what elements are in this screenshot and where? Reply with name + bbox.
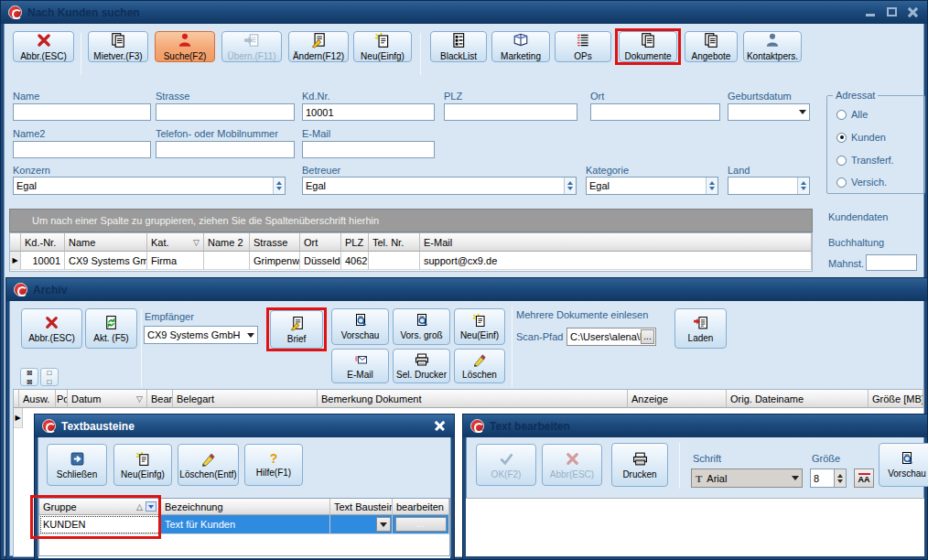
filter-icon[interactable] [146, 501, 156, 512]
land-select[interactable] [728, 177, 810, 195]
scan-pfad-input[interactable]: C:\Users\alena\Des ... [567, 328, 656, 346]
text-edit-area[interactable] [466, 498, 924, 556]
kategorie-select[interactable]: Egal [586, 177, 718, 195]
column-header-dateiname[interactable]: Orig. Dateiname [727, 390, 869, 408]
column-header-pos[interactable]: Pos [56, 390, 68, 408]
resize-text-button[interactable]: AA [854, 468, 874, 488]
archiv-akt-f5-button[interactable]: Akt. (F5) [85, 308, 137, 349]
betreuer-select[interactable]: Egal [302, 177, 577, 195]
plz-input[interactable] [444, 103, 577, 121]
drucken-button[interactable]: Drucken [611, 443, 668, 487]
table-row[interactable]: ▶ 10001 CX9 Systems GmbH Firma Grimpenwa… [10, 252, 812, 270]
hilfe-f1-button[interactable]: ? Hilfe(F1) [244, 444, 303, 486]
column-header-name[interactable]: Name [65, 233, 147, 252]
column-header-ausw[interactable]: Ausw. [19, 390, 56, 408]
abbr-esc-button[interactable]: Abbr.(ESC) [13, 31, 74, 62]
email-input[interactable] [302, 141, 435, 158]
ort-input[interactable] [590, 103, 720, 121]
archiv-neu-button[interactable]: Neu(Einf) [454, 308, 505, 345]
radio-alle[interactable]: Alle [836, 109, 868, 120]
tb-abbr-esc-button[interactable]: Abbr(ESC) [542, 444, 602, 486]
ok-f2-button[interactable]: OK(F2) [476, 444, 536, 486]
neu-einfg-button[interactable]: Neu(Einfg) [353, 31, 412, 62]
suche-f2-button[interactable]: Suche(F2) [155, 31, 215, 62]
column-header-anzeige[interactable]: Anzeige [628, 390, 727, 408]
konzern-select[interactable]: Egal [13, 177, 286, 195]
column-header-datum[interactable]: Datum▽ [68, 390, 147, 408]
column-header-kat[interactable]: Kat.▽ [147, 233, 204, 252]
spinner-icon[interactable] [564, 178, 576, 194]
groesse-spinner[interactable]: 8 [810, 468, 847, 488]
titlebar-archiv[interactable]: Archiv [6, 278, 927, 301]
kdnr-input[interactable] [302, 103, 435, 121]
spinner-icon[interactable] [834, 469, 846, 487]
column-header-bearbeiten[interactable]: bearbeiten [393, 499, 449, 515]
column-header-ort[interactable]: Ort [300, 233, 341, 252]
cell-gruppe-editing[interactable]: KUNDEN [39, 515, 161, 534]
chevron-down-icon[interactable] [796, 104, 809, 120]
column-header-bearbe[interactable]: Bearbe [147, 390, 173, 408]
uebern-f11-button[interactable]: Übern.(F11) [221, 31, 282, 62]
titlebar-text-bearbeiten[interactable]: Text bearbeiten [463, 415, 927, 437]
column-header-belegart[interactable]: Belegart [173, 390, 318, 408]
ops-button[interactable]: OPs [555, 31, 611, 62]
archiv-abbr-esc-button[interactable]: Abbr.(ESC) [21, 308, 82, 349]
radio-kunden[interactable]: Kunden [836, 132, 886, 143]
sel-drucker-button[interactable]: Sel. Drucker [393, 349, 450, 383]
spinner-icon[interactable] [797, 178, 809, 194]
mahnst-input[interactable] [866, 254, 917, 271]
column-header-gruppe[interactable]: Gruppe △ [39, 499, 161, 515]
column-header-kdnr[interactable]: Kd.-Nr. [21, 233, 65, 252]
angebote-button[interactable]: Angebote [685, 31, 738, 62]
dokumente-button[interactable]: Dokumente [619, 31, 677, 62]
select-all-button[interactable]: ⊠ ⊠ [20, 368, 38, 386]
column-header-name2[interactable]: Name 2 [204, 233, 250, 252]
telefon-input[interactable] [156, 141, 295, 158]
column-header-email[interactable]: E-Mail [420, 233, 812, 252]
spinner-icon[interactable] [273, 178, 285, 194]
close-button[interactable] [433, 420, 447, 432]
archiv-email-button[interactable]: E-Mail [331, 349, 389, 383]
geburtsdatum-select[interactable] [728, 103, 810, 121]
strasse-input[interactable] [156, 103, 295, 121]
column-header-textbaustein[interactable]: Text Baustein [330, 499, 393, 515]
tb-neu-button[interactable]: Neu(Einfg) [113, 444, 172, 486]
table-row-selected[interactable]: KUNDEN Text für Kunden ... [39, 515, 449, 534]
spinner-icon[interactable] [706, 178, 718, 194]
close-button[interactable] [906, 6, 920, 18]
archiv-loeschen-button[interactable]: Löschen [454, 349, 505, 383]
column-header-strasse[interactable]: Strasse [250, 233, 300, 252]
name2-input[interactable] [13, 141, 151, 158]
marketing-button[interactable]: Marketing [491, 31, 550, 62]
dropdown-button[interactable] [376, 517, 391, 532]
blacklist-button[interactable]: BlackList [430, 31, 487, 62]
aendern-f12-button[interactable]: Ändern(F12) [288, 31, 349, 62]
laden-button[interactable]: Laden [674, 308, 727, 349]
maximize-button[interactable] [885, 6, 899, 18]
schrift-select[interactable]: T Arial [691, 468, 803, 488]
radio-transferf[interactable]: Transferf. [836, 155, 894, 166]
schliessen-button[interactable]: Schließen [47, 444, 107, 486]
vors-gross-button[interactable]: Vors. groß [393, 308, 450, 345]
tb-loeschen-button[interactable]: Löschen(Entf) [178, 444, 239, 486]
minimize-button[interactable] [864, 6, 878, 18]
grouping-hint-bar[interactable]: Um nach einer Spalte zu gruppieren, zieh… [9, 209, 813, 232]
brief-button[interactable]: Brief [270, 310, 323, 349]
column-header-bemerkung[interactable]: Bemerkung Dokument [318, 390, 628, 408]
deselect-all-button[interactable]: □ □ [40, 368, 59, 386]
column-header-groesse[interactable]: Größe [MB] [869, 390, 923, 408]
column-header-bezeichnung[interactable]: Bezeichnung [161, 499, 330, 515]
empfaenger-select[interactable]: CX9 Systems GmbH [144, 326, 258, 344]
column-header-telnr[interactable]: Tel. Nr. [369, 233, 420, 252]
titlebar-textbausteine[interactable]: Textbausteine [35, 415, 454, 437]
mietver-f3-button[interactable]: Mietver.(F3) [88, 31, 148, 62]
browse-button[interactable]: ... [641, 329, 654, 344]
kontaktpers-button[interactable]: Kontaktpers. [743, 31, 802, 62]
titlebar-customer-search[interactable]: Nach Kunden suchen [1, 1, 927, 24]
tb-vorschau-button[interactable]: Vorschau [879, 443, 928, 487]
chevron-down-icon[interactable] [789, 469, 802, 487]
vorschau-button[interactable]: Vorschau [331, 308, 389, 345]
radio-versich[interactable]: Versich. [836, 177, 887, 188]
name-input[interactable] [13, 103, 151, 121]
column-header-plz[interactable]: PLZ [341, 233, 369, 252]
